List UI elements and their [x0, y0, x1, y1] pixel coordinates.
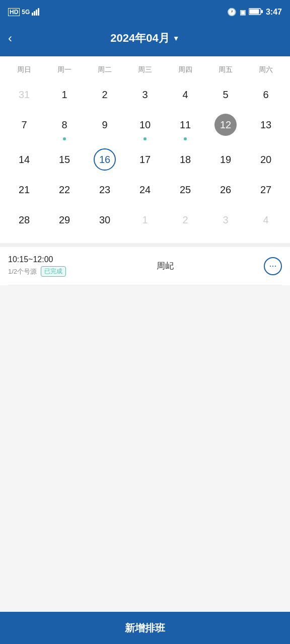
calendar-day[interactable]: 11	[165, 110, 205, 144]
calendar-day[interactable]: 5	[205, 79, 246, 110]
calendar-day[interactable]: 26	[205, 175, 246, 205]
weekday-label: 周四	[165, 62, 205, 77]
event-list: 10:15~12:00 1/2个号源 已完成 周屺 ···	[0, 247, 290, 285]
calendar-day[interactable]: 15	[44, 144, 85, 175]
status-right-icons: 🕐 ▣ 3:47	[227, 8, 282, 17]
calendar-day[interactable]: 16	[85, 144, 125, 175]
day-number: 9	[94, 114, 116, 136]
month-title[interactable]: 2024年04月 ▼	[110, 31, 179, 46]
day-number: 7	[13, 114, 35, 136]
add-shift-label: 新增排班	[125, 621, 165, 635]
calendar-day[interactable]: 31	[4, 79, 44, 110]
day-number: 12	[214, 114, 237, 136]
day-number: 10	[134, 114, 156, 136]
dropdown-arrow: ▼	[173, 34, 180, 42]
day-number: 13	[255, 114, 277, 136]
day-number: 1	[53, 84, 76, 106]
calendar-day[interactable]: 21	[4, 175, 44, 205]
day-number: 3	[134, 84, 156, 106]
event-item: 10:15~12:00 1/2个号源 已完成 周屺 ···	[8, 247, 282, 285]
day-number: 3	[214, 209, 237, 231]
day-number: 30	[94, 209, 116, 231]
day-number: 8	[53, 114, 76, 136]
day-number: 6	[255, 84, 277, 106]
day-number: 31	[13, 84, 35, 106]
day-number: 4	[174, 84, 196, 106]
calendar-day[interactable]: 1	[44, 79, 85, 110]
day-number: 2	[174, 209, 196, 231]
status-left-icons: HD 5G	[8, 8, 42, 17]
day-number: 5	[214, 84, 237, 106]
weekday-label: 周一	[44, 62, 85, 77]
calendar-day[interactable]: 19	[205, 144, 246, 175]
calendar-day[interactable]: 1	[125, 205, 165, 235]
back-button[interactable]: ‹	[8, 31, 12, 45]
weekday-label: 周二	[85, 62, 125, 77]
calendar-day[interactable]: 9	[85, 110, 125, 144]
weekday-header-row: 周日周一周二周三周四周五周六	[4, 56, 286, 79]
calendar-day[interactable]: 2	[165, 205, 205, 235]
weekday-label: 周五	[205, 62, 246, 77]
calendar-day[interactable]: 13	[246, 110, 286, 144]
add-shift-button[interactable]: 新增排班	[0, 612, 290, 644]
status-bar: HD 5G 🕐 ▣ 3:47	[0, 0, 290, 24]
day-number: 23	[94, 179, 116, 201]
calendar-day[interactable]: 25	[165, 175, 205, 205]
day-number: 21	[13, 179, 35, 201]
calendar-day[interactable]: 22	[44, 175, 85, 205]
day-number: 1	[134, 209, 156, 231]
calendar-header: ‹ 2024年04月 ▼	[0, 24, 290, 56]
event-person-name: 周屺	[74, 260, 256, 272]
5g-icon: 5G	[22, 9, 30, 16]
svg-rect-6	[249, 9, 259, 14]
calendar-day[interactable]: 2	[85, 79, 125, 110]
calendar-day[interactable]: 14	[4, 144, 44, 175]
calendar-day[interactable]: 8	[44, 110, 85, 144]
calendar-day[interactable]: 24	[125, 175, 165, 205]
event-source-label: 1/2个号源	[8, 267, 37, 276]
calendar-day[interactable]: 23	[85, 175, 125, 205]
event-status-badge: 已完成	[41, 266, 66, 277]
day-number: 2	[94, 84, 116, 106]
calendar-day[interactable]: 30	[85, 205, 125, 235]
event-source: 1/2个号源 已完成	[8, 266, 66, 277]
calendar-day[interactable]: 3	[125, 79, 165, 110]
alarm-icon: 🕐	[227, 8, 237, 17]
calendar-day[interactable]: 10	[125, 110, 165, 144]
calendar-day[interactable]: 20	[246, 144, 286, 175]
day-number: 16	[94, 148, 116, 171]
calendar-day[interactable]: 27	[246, 175, 286, 205]
section-separator	[0, 243, 290, 247]
battery-icon	[249, 8, 263, 17]
day-number: 14	[13, 148, 35, 171]
calendar-day[interactable]: 12	[205, 110, 246, 144]
event-dot	[184, 137, 187, 140]
event-more-button[interactable]: ···	[264, 257, 282, 275]
weekday-label: 周三	[125, 62, 165, 77]
event-dot	[143, 137, 147, 140]
calendar-day[interactable]: 3	[205, 205, 246, 235]
svg-rect-3	[38, 8, 39, 16]
calendar-container: 周日周一周二周三周四周五周六 3112345678910111213141516…	[0, 56, 290, 243]
calendar-day[interactable]: 18	[165, 144, 205, 175]
svg-rect-1	[34, 11, 35, 16]
event-dot	[63, 137, 66, 140]
day-number: 15	[53, 148, 76, 171]
calendar-day[interactable]: 29	[44, 205, 85, 235]
calendar-day[interactable]: 28	[4, 205, 44, 235]
day-number: 11	[174, 114, 196, 136]
day-number: 22	[53, 179, 76, 201]
day-number: 20	[255, 148, 277, 171]
calendar-day[interactable]: 6	[246, 79, 286, 110]
calendar-day[interactable]: 17	[125, 144, 165, 175]
day-number: 29	[53, 209, 76, 231]
calendar-day[interactable]: 4	[165, 79, 205, 110]
day-number: 27	[255, 179, 277, 201]
day-number: 28	[13, 209, 35, 231]
svg-rect-2	[36, 10, 37, 16]
calendar-day[interactable]: 7	[4, 110, 44, 144]
day-number: 4	[255, 209, 277, 231]
calendar-day[interactable]: 4	[246, 205, 286, 235]
day-number: 24	[134, 179, 156, 201]
hd-icon: HD	[8, 8, 20, 16]
